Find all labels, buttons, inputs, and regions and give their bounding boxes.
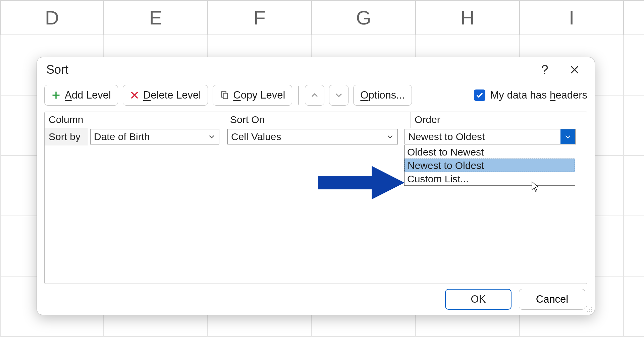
column-header-sorton: Sort On <box>226 112 411 128</box>
copy-icon <box>220 90 229 100</box>
column-header[interactable]: H <box>416 1 520 35</box>
move-up-button[interactable] <box>305 85 324 106</box>
column-header[interactable]: I <box>520 1 624 35</box>
close-button[interactable] <box>564 61 585 79</box>
options-button[interactable]: Options... <box>353 85 412 106</box>
sort-on-combo[interactable]: Cell Values <box>227 129 398 144</box>
order-combo-value: Newest to Oldest <box>405 131 560 142</box>
chevron-down-icon <box>204 129 219 144</box>
titlebar: Sort ? <box>37 57 595 82</box>
resize-grip[interactable] <box>586 306 593 313</box>
column-header[interactable]: E <box>104 1 208 35</box>
copy-level-label-u: C <box>233 89 240 101</box>
order-dropdown: Oldest to Newest Newest to Oldest Custom… <box>404 145 575 186</box>
delete-level-label-u: D <box>143 89 151 101</box>
column-header[interactable]: D <box>0 1 104 35</box>
svg-rect-1 <box>223 93 228 99</box>
column-header[interactable]: F <box>208 1 312 35</box>
add-level-button[interactable]: Add Level <box>44 85 118 106</box>
delete-level-button[interactable]: Delete Level <box>123 85 208 106</box>
add-level-label-u: A <box>65 89 72 101</box>
column-header-column: Column <box>45 112 226 128</box>
column-combo[interactable]: Date of Birth <box>90 129 219 144</box>
plus-icon <box>51 90 61 100</box>
options-label-u: O <box>360 89 368 101</box>
x-icon <box>130 90 139 100</box>
add-level-label: dd Level <box>72 89 111 101</box>
options-label: ptions... <box>368 89 405 101</box>
chevron-up-icon <box>311 91 319 99</box>
chevron-down-icon <box>560 129 575 144</box>
toolbar-separator <box>298 86 299 105</box>
copy-level-button[interactable]: Copy Level <box>213 85 292 106</box>
order-option[interactable]: Oldest to Newest <box>405 145 575 159</box>
column-combo-value: Date of Birth <box>91 131 204 142</box>
chevron-down-icon <box>383 129 397 144</box>
column-header-row: D E F G H I <box>0 0 644 35</box>
sort-on-combo-value: Cell Values <box>228 131 383 142</box>
ok-button[interactable]: OK <box>445 289 512 310</box>
table-header-row: Column Sort On Order <box>45 112 587 128</box>
column-header-order: Order <box>411 112 587 128</box>
column-header[interactable]: G <box>312 1 416 35</box>
move-down-button[interactable] <box>329 85 348 106</box>
dialog-footer: OK Cancel <box>37 284 595 315</box>
order-option[interactable]: Custom List... <box>405 172 575 185</box>
sort-level-row: Sort by Date of Birth Cell Values Newest… <box>45 128 587 145</box>
chevron-down-icon <box>335 91 343 99</box>
copy-level-label: opy Level <box>241 89 285 101</box>
sort-dialog: Sort ? Add Level Delete Level Copy Level <box>37 57 595 315</box>
sort-by-label: Sort by <box>45 128 88 145</box>
order-option[interactable]: Newest to Oldest <box>405 159 575 172</box>
close-icon <box>570 65 580 75</box>
toolbar: Add Level Delete Level Copy Level Option… <box>37 82 595 108</box>
headers-checkbox[interactable] <box>474 89 485 101</box>
order-combo[interactable]: Newest to Oldest Oldest to Newest Newest… <box>405 129 576 144</box>
help-button[interactable]: ? <box>534 61 555 79</box>
dialog-title: Sort <box>46 63 526 77</box>
headers-label: My data has headers <box>490 89 587 101</box>
delete-level-label: elete Level <box>151 89 201 101</box>
headers-checkbox-wrap[interactable]: My data has headers <box>474 89 587 101</box>
check-icon <box>476 91 484 99</box>
cancel-button[interactable]: Cancel <box>519 289 585 310</box>
sort-levels-table: Column Sort On Order Sort by Date of Bir… <box>44 112 587 284</box>
